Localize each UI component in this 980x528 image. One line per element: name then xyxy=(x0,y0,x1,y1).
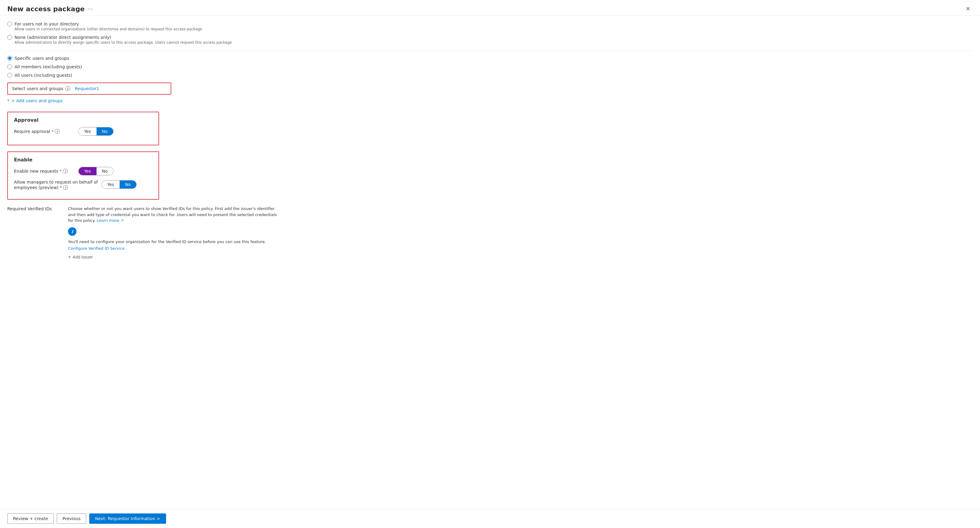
radio-label-specific[interactable]: Specific users and groups xyxy=(7,56,973,61)
allow-managers-preview-text: employees (preview) xyxy=(14,185,59,190)
allow-managers-label-text: Allow managers to request on behalf of xyxy=(14,180,98,184)
radio-text-none: None (administrator direct assignments o… xyxy=(14,35,111,40)
next-button[interactable]: Next: Requestor Information > xyxy=(89,514,166,524)
more-options-icon[interactable]: ··· xyxy=(88,6,93,12)
radio-option-specific: Specific users and groups xyxy=(7,56,973,61)
selector-value[interactable]: Requestor1 xyxy=(75,86,99,91)
enable-yes-btn[interactable]: Yes xyxy=(79,167,97,175)
allow-managers-required-star: * xyxy=(60,185,62,190)
require-approval-row: Require approval * i Yes No xyxy=(14,127,153,136)
add-users-link-container: * + Add users and groups xyxy=(7,98,973,103)
require-approval-label: Require approval * i xyxy=(14,129,75,134)
enable-info-icon[interactable]: i xyxy=(63,169,68,174)
dialog-header: New access package ··· ✕ xyxy=(0,0,980,16)
require-approval-toggle[interactable]: Yes No xyxy=(78,127,113,136)
close-button[interactable]: ✕ xyxy=(963,5,973,13)
add-users-link-text: + Add users and groups xyxy=(11,98,62,103)
add-issuer-button[interactable]: + Add issuer xyxy=(68,254,93,260)
enable-new-requests-toggle[interactable]: Yes No xyxy=(78,167,113,175)
radio-not-in-directory[interactable] xyxy=(7,22,12,26)
new-access-package-dialog: New access package ··· ✕ For users not i… xyxy=(0,0,980,528)
require-approval-yes-btn[interactable]: Yes xyxy=(79,127,97,135)
radio-text-all-users: All users (including guests) xyxy=(14,73,72,78)
selector-label: Select users and groups i xyxy=(12,86,70,91)
enable-no-btn[interactable]: No xyxy=(97,167,113,175)
enable-new-requests-row: Enable new requests * i Yes No xyxy=(14,167,153,175)
radio-all-members[interactable] xyxy=(7,64,12,69)
require-approval-info-icon[interactable]: i xyxy=(55,129,59,134)
rv-desc: Choose whether or not you want users to … xyxy=(68,206,280,224)
radio-option-none: None (administrator direct assignments o… xyxy=(7,35,973,44)
radio-label-not-in-directory[interactable]: For users not in your directory xyxy=(7,22,973,26)
dialog-content: For users not in your directory Allow us… xyxy=(0,16,980,509)
rv-label: Required Verified IDs xyxy=(7,206,62,211)
required-star-add: * xyxy=(7,98,10,103)
allow-managers-label-second-line: employees (preview) * i xyxy=(14,185,98,190)
enable-section: Enable Enable new requests * i Yes No Al… xyxy=(7,151,159,200)
allow-managers-toggle[interactable]: Yes No xyxy=(102,180,137,189)
selector-info-icon[interactable]: i xyxy=(65,86,70,91)
radio-all-users[interactable] xyxy=(7,73,12,78)
enable-required-star: * xyxy=(59,169,62,174)
add-issuer-icon: + xyxy=(68,254,71,260)
approval-section: Approval Require approval * i Yes No xyxy=(7,112,159,145)
dialog-footer: Review + create Previous Next: Requestor… xyxy=(0,509,980,528)
review-create-button[interactable]: Review + create xyxy=(7,514,54,524)
previous-button[interactable]: Previous xyxy=(57,514,86,524)
section-divider-1 xyxy=(7,51,973,51)
radio-text-all-members: All members (excluding guests) xyxy=(14,64,82,69)
radio-desc-not-in-directory: Allow users in connected organizations (… xyxy=(14,27,973,31)
add-users-link[interactable]: * + Add users and groups xyxy=(7,98,973,103)
required-verified-ids-section: Required Verified IDs Choose whether or … xyxy=(7,206,973,260)
enable-new-requests-label-text: Enable new requests xyxy=(14,169,58,174)
top-radio-group: For users not in your directory Allow us… xyxy=(7,22,973,44)
allow-managers-yes-btn[interactable]: Yes xyxy=(102,181,119,189)
user-group-selector[interactable]: Select users and groups i Requestor1 xyxy=(7,82,171,95)
radio-text-not-in-directory: For users not in your directory xyxy=(14,22,79,26)
configure-msg: You'll need to configure your organizati… xyxy=(68,239,280,244)
radio-option-not-in-directory: For users not in your directory Allow us… xyxy=(7,22,973,31)
enable-new-requests-label: Enable new requests * i xyxy=(14,169,75,174)
radio-label-all-users[interactable]: All users (including guests) xyxy=(7,73,973,78)
radio-label-none[interactable]: None (administrator direct assignments o… xyxy=(7,35,973,40)
radio-label-all-members[interactable]: All members (excluding guests) xyxy=(7,64,973,69)
approval-title: Approval xyxy=(14,117,153,123)
title-row: New access package ··· xyxy=(7,5,93,13)
dialog-title: New access package xyxy=(7,5,85,13)
radio-desc-none: Allow administrators to directly assign … xyxy=(14,40,973,44)
enable-title: Enable xyxy=(14,157,153,163)
allow-managers-label: Allow managers to request on behalf of e… xyxy=(14,180,98,190)
require-approval-required-star: * xyxy=(51,129,53,134)
rv-content: Choose whether or not you want users to … xyxy=(68,206,280,260)
radio-option-all-members: All members (excluding guests) xyxy=(7,64,973,69)
radio-option-all-users: All users (including guests) xyxy=(7,73,973,78)
selector-label-text: Select users and groups xyxy=(12,86,64,91)
allow-managers-info-icon[interactable]: i xyxy=(63,185,68,190)
configure-link[interactable]: Configure Verified ID Service xyxy=(68,246,125,251)
learn-more-link[interactable]: Learn more ↗ xyxy=(97,218,124,223)
who-can-request-group: Specific users and groups All members (e… xyxy=(7,56,973,78)
add-issuer-label-text: Add issuer xyxy=(73,255,92,260)
allow-managers-label-main: Allow managers to request on behalf of xyxy=(14,180,98,184)
require-approval-label-text: Require approval xyxy=(14,129,50,134)
radio-text-specific: Specific users and groups xyxy=(14,56,69,61)
require-approval-no-btn[interactable]: No xyxy=(97,127,113,135)
allow-managers-row: Allow managers to request on behalf of e… xyxy=(14,180,153,190)
info-circle-blue-icon: i xyxy=(68,227,76,236)
allow-managers-no-btn[interactable]: No xyxy=(119,181,136,189)
radio-none[interactable] xyxy=(7,35,12,40)
radio-specific[interactable] xyxy=(7,56,12,61)
